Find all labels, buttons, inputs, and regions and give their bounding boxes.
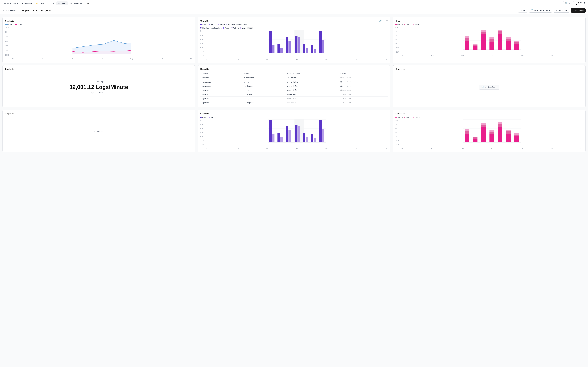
svg-rect-28 bbox=[319, 31, 322, 53]
svg-rect-103 bbox=[514, 135, 519, 136]
legend-color-1-0 bbox=[5, 24, 8, 25]
nav-logs[interactable]: ≡ Logs bbox=[46, 1, 56, 5]
cell-span: 33369c1380... bbox=[339, 88, 388, 92]
more-icon[interactable]: ••• bbox=[386, 19, 388, 22]
graph-title-1: Graph title bbox=[5, 20, 193, 22]
svg-rect-54 bbox=[514, 43, 519, 50]
legend-dot-2-6 bbox=[231, 27, 233, 28]
share-button[interactable]: Share bbox=[518, 8, 527, 13]
table-row[interactable]: ≡graphql.... empty worker.kafka... 33369… bbox=[200, 97, 388, 101]
y-labels-2: 120.0100.080.060.040.020.00.0 bbox=[200, 30, 205, 57]
nav-project[interactable]: ▦ Project name bbox=[2, 1, 20, 5]
legend-dot-3-1 bbox=[404, 24, 405, 25]
legend-label-2-2: Value 3 bbox=[219, 24, 225, 25]
edit-layout-button[interactable]: ⊞ Edit layout bbox=[554, 8, 569, 13]
svg-rect-44 bbox=[481, 31, 486, 32]
chart-wrapper-2: 120.0100.080.060.040.020.00.0 bbox=[200, 30, 388, 60]
legend-label-3-1: Value 2 bbox=[406, 24, 412, 25]
legend-item-3-0: Value 1 bbox=[395, 24, 403, 25]
legend-label-2-1: Value 2 bbox=[211, 24, 216, 25]
github-icon[interactable]: ⎔ bbox=[580, 2, 582, 5]
svg-rect-71 bbox=[298, 126, 300, 142]
breadcrumb-current: player performance project (PPP) bbox=[19, 9, 50, 12]
legend-color-1-1 bbox=[15, 24, 17, 25]
cell-span: 33369c1380... bbox=[339, 97, 388, 101]
svg-rect-22 bbox=[295, 36, 297, 53]
settings-icon[interactable]: ⚙ bbox=[583, 2, 586, 5]
table-row[interactable]: ≡graphql.... empty worker.kafka... 33369… bbox=[200, 80, 388, 84]
chart-wrapper-3: 120.0100.080.060.040.020.00.0 bbox=[395, 27, 583, 57]
cell-content: ≡graphql.... bbox=[200, 76, 243, 80]
breadcrumb-dashboards-link[interactable]: ▦ Dashboards bbox=[2, 9, 16, 11]
svg-rect-53 bbox=[506, 37, 511, 39]
breadcrumb-bar: ▦ Dashboards › player performance projec… bbox=[0, 7, 588, 14]
chart-wrapper-8: 120.0100.080.060.040.020.00.0 bbox=[200, 119, 388, 149]
stat-label-text: Average bbox=[97, 80, 104, 83]
time-range-button[interactable]: 🕐 Last 15 minutes ▾ bbox=[529, 8, 552, 13]
svg-rect-96 bbox=[498, 127, 502, 142]
cell-content: ≡graphql.... bbox=[200, 101, 243, 105]
graph-card-5: Graph title Content Service Resource nam… bbox=[198, 65, 390, 108]
search-bar[interactable]: 🔍 ⌘K bbox=[563, 1, 574, 5]
legend-item-3-1: Value 2 bbox=[404, 24, 412, 25]
svg-rect-40 bbox=[473, 45, 478, 46]
svg-rect-39 bbox=[473, 46, 478, 50]
svg-rect-19 bbox=[280, 48, 283, 53]
svg-rect-37 bbox=[465, 38, 469, 41]
svg-rect-46 bbox=[490, 39, 494, 42]
legend-item-1-1: Value 2 bbox=[15, 24, 24, 25]
svg-rect-70 bbox=[295, 125, 297, 142]
more-button-2[interactable]: More bbox=[247, 27, 253, 29]
legend-3: Value 1 Value 2 Value 3 bbox=[395, 24, 583, 25]
svg-rect-98 bbox=[498, 122, 502, 124]
legend-dot-2-7 bbox=[240, 27, 241, 28]
nav-logs-label: Logs bbox=[50, 2, 54, 4]
svg-rect-49 bbox=[498, 31, 502, 34]
graph-title-9: Graph title bbox=[395, 112, 583, 115]
legend-label-2-4: The other value thats long bbox=[202, 27, 222, 29]
legend-item-2-5: Value 7 bbox=[223, 27, 230, 29]
cell-content: ≡graphql.... bbox=[200, 80, 243, 84]
legend-8: Value 1 Value 2 bbox=[200, 116, 388, 118]
y-labels-9: 120.0100.080.060.040.020.00.0 bbox=[395, 119, 400, 146]
legend-1: Value 1 Value 2 bbox=[5, 24, 193, 25]
graph-card-3: Graph title Value 1 Value 2 Value 3 120.… bbox=[393, 17, 586, 63]
dashboards-breadcrumb-icon: ▦ bbox=[2, 9, 4, 11]
cell-content: ≡graphql.... bbox=[200, 84, 243, 88]
table-row[interactable]: ≡graphql.... public-graph worker.kafka..… bbox=[200, 92, 388, 97]
nav-errors[interactable]: ⚡ Errors bbox=[34, 1, 46, 5]
svg-rect-85 bbox=[465, 131, 469, 134]
breadcrumb-separator: › bbox=[17, 9, 17, 11]
y-labels-1: 100.080.060.040.020.00.0-20.0 bbox=[5, 27, 9, 56]
nav-dashboards[interactable]: ▦ Dashboards bbox=[69, 1, 85, 5]
table-row[interactable]: ≡graphql.... empty worker.kafka... 33369… bbox=[200, 88, 388, 92]
line-chart-svg-1 bbox=[11, 27, 193, 57]
add-graph-button[interactable]: + Add graph bbox=[571, 8, 586, 13]
nav-more-button[interactable]: ••• bbox=[86, 2, 89, 5]
table-row[interactable]: ≡graphql.... public-graph worker.kafka..… bbox=[200, 84, 388, 88]
link-icon[interactable]: 🔗 bbox=[379, 19, 382, 22]
legend-item-1-0: Value 1 bbox=[5, 24, 14, 25]
graph-card-2: Graph title 🔗 ⛶ ••• Value 1 Value 2 bbox=[198, 17, 390, 63]
breadcrumb-parent-label: Dashboards bbox=[5, 9, 16, 11]
svg-rect-42 bbox=[481, 34, 486, 50]
legend-item-9-2: Value 3 bbox=[413, 116, 420, 118]
table-row[interactable]: ≡graphql.... public-graph worker.kafka..… bbox=[200, 76, 388, 80]
expand-icon[interactable]: ⛶ bbox=[383, 19, 385, 22]
legend-item-2-2: Value 3 bbox=[217, 24, 225, 25]
graph-card-1: Graph title Value 1 Value 2 100.080.060.… bbox=[2, 17, 195, 63]
graph-title-8: Graph title bbox=[200, 112, 388, 115]
graph-title-6: Graph title bbox=[395, 68, 583, 70]
legend-label-1-1: Value 2 bbox=[18, 24, 24, 25]
nav-traces[interactable]: ◫ Traces bbox=[56, 1, 68, 5]
svg-rect-20 bbox=[286, 37, 288, 53]
discord-icon[interactable]: 💬 bbox=[576, 2, 579, 5]
x-labels-8: JanFebMarAprMayJunJul bbox=[206, 148, 388, 149]
svg-rect-101 bbox=[506, 130, 511, 131]
legend-item-2-6: Value 8 bbox=[231, 27, 239, 29]
graph-title-2: Graph title bbox=[200, 20, 209, 22]
nav-sessions[interactable]: ● Sessions bbox=[20, 1, 33, 5]
svg-rect-24 bbox=[303, 44, 305, 53]
legend-2: Value 1 Value 2 Value 3 The other value … bbox=[200, 24, 388, 25]
table-row[interactable]: ≡graphql.... public-graph worker.kafka..… bbox=[200, 101, 388, 105]
